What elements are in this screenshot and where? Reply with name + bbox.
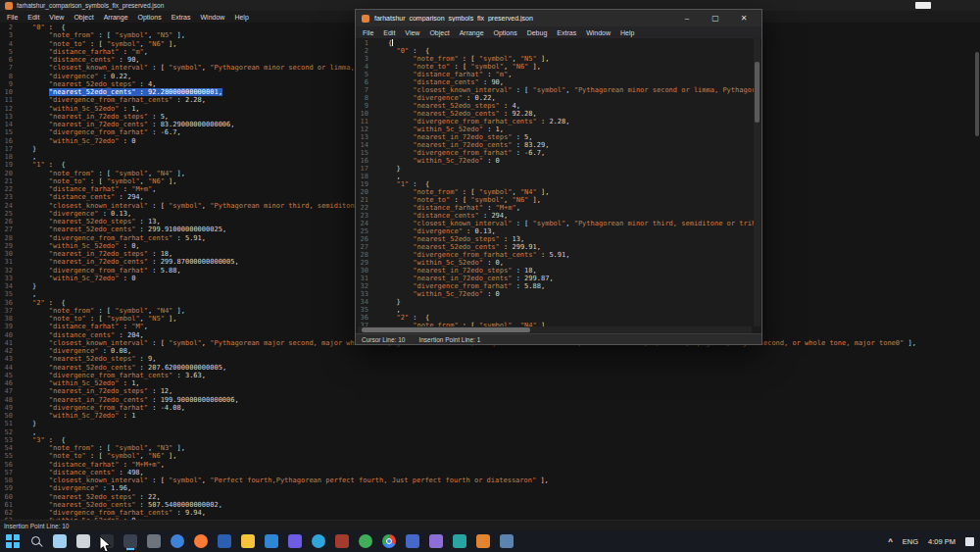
code-line[interactable]: 17 }: [356, 165, 754, 173]
code-line[interactable]: 60 "nearest_52edo_steps" : 22,: [0, 493, 973, 501]
taskbar-icon-store[interactable]: [500, 534, 514, 548]
code-line[interactable]: 58 "closest_known_interval" : [ "symbol"…: [0, 477, 973, 484]
dialog-vertical-scrollbar[interactable]: [754, 38, 760, 326]
code-line[interactable]: 22 "distance_farhat" : "M+m",: [356, 204, 754, 212]
titlebar-widget[interactable]: [915, 2, 931, 9]
code-line[interactable]: 28 "divergence_from_farhat_cents" : 5.91…: [356, 251, 754, 259]
menu-item-help[interactable]: Help: [615, 29, 639, 36]
code-line[interactable]: 26 "nearest_52edo_steps" : 13,: [356, 235, 754, 243]
menu-item-window[interactable]: Window: [196, 14, 230, 21]
menu-item-arrange[interactable]: Arrange: [99, 14, 133, 21]
taskbar-icon-teams[interactable]: [429, 534, 443, 548]
scrollbar-thumb[interactable]: [975, 52, 979, 136]
code-line[interactable]: 20 "note_from" : [ "symbol", "N4" ],: [356, 188, 754, 196]
code-line[interactable]: 52,: [0, 428, 973, 436]
code-line[interactable]: 31 "nearest_in_72edo_cents" : 299.87,: [356, 275, 754, 282]
code-line[interactable]: 9 "nearest_52edo_steps" : 4,: [356, 102, 754, 110]
code-line[interactable]: 27 "nearest_52edo_cents" : 299.91,: [356, 243, 754, 251]
language-indicator[interactable]: ENG: [903, 537, 918, 546]
code-line[interactable]: 49 "divergence_from_farhat" : -4.08,: [0, 404, 973, 412]
code-line[interactable]: 32 "divergence_from_farhat" : 5.88,: [356, 282, 754, 290]
taskbar-icon-chrome[interactable]: [382, 534, 396, 548]
scrollbar-thumb[interactable]: [362, 327, 530, 332]
menu-item-debug[interactable]: Debug: [522, 29, 553, 36]
code-line[interactable]: 56 "distance_farhat" : "M+M+m",: [0, 461, 973, 469]
code-line[interactable]: 46 "within_5c_52edo" : 1,: [0, 379, 973, 387]
code-line[interactable]: 34 }: [356, 298, 754, 306]
code-line[interactable]: 3 "note_from" : [ "symbol", "N5" ],: [356, 55, 754, 63]
minimize-button[interactable]: –: [675, 14, 699, 23]
code-line[interactable]: 14 "nearest_in_72edo_cents" : 83.29,: [356, 141, 754, 149]
code-line[interactable]: 8 "divergence" : 0.22,: [356, 94, 754, 102]
menu-item-window[interactable]: Window: [581, 29, 615, 36]
menu-item-extras[interactable]: Extras: [552, 29, 581, 36]
taskbar-icon-search[interactable]: [29, 534, 43, 548]
dialog-code-editor[interactable]: 1{2 "0" : {3 "note_from" : [ "symbol", "…: [356, 38, 754, 326]
code-line[interactable]: 1{: [356, 39, 754, 47]
menu-item-view[interactable]: View: [44, 14, 69, 21]
code-line[interactable]: 11 "divergence_from_farhat_cents" : 2.28…: [356, 118, 754, 125]
menu-item-view[interactable]: View: [400, 29, 424, 36]
code-line[interactable]: 25 "divergence" : 0.13,: [356, 227, 754, 235]
background-vertical-scrollbar[interactable]: [974, 23, 980, 520]
taskbar-icon-terminal[interactable]: [100, 534, 114, 548]
code-line[interactable]: 33 "within_5c_72edo" : 0: [356, 290, 754, 298]
code-line[interactable]: 51}: [0, 420, 973, 427]
code-line[interactable]: 4 "note_to" : [ "symbol", "N6" ],: [356, 63, 754, 71]
taskbar-icon-text-editor[interactable]: [123, 534, 137, 548]
menu-item-object[interactable]: Object: [424, 29, 454, 36]
code-line[interactable]: 59 "divergence" : 1.96,: [0, 484, 973, 492]
taskbar-icon-start[interactable]: [6, 534, 20, 548]
code-line[interactable]: 13 "nearest_in_72edo_steps" : 5,: [356, 133, 754, 141]
menu-item-options[interactable]: Options: [133, 14, 167, 21]
menu-item-edit[interactable]: Edit: [378, 29, 400, 36]
menu-item-arrange[interactable]: Arrange: [455, 29, 489, 36]
scrollbar-thumb[interactable]: [755, 62, 760, 123]
code-line[interactable]: 53"3" : {: [0, 436, 973, 444]
code-line[interactable]: 50 "within_5c_72edo" : 1: [0, 412, 973, 420]
menu-item-file[interactable]: File: [2, 14, 23, 21]
code-line[interactable]: 42 "divergence" : 0.08,: [0, 347, 973, 355]
menu-item-file[interactable]: File: [358, 29, 378, 36]
code-line[interactable]: 57 "distance_cents" : 498,: [0, 469, 973, 477]
close-button[interactable]: ✕: [732, 14, 756, 23]
hidden-icons-chevron-icon[interactable]: ^: [888, 537, 893, 546]
code-line[interactable]: 10 "nearest_52edo_cents" : 92.28,: [356, 110, 754, 118]
taskbar-icon-vscode[interactable]: [265, 534, 278, 548]
code-line[interactable]: 55 "note_to" : [ "symbol", "N6" ],: [0, 452, 973, 460]
taskbar-icon-settings[interactable]: [147, 534, 161, 548]
code-line[interactable]: 15 "divergence_from_farhat" : -6.7,: [356, 149, 754, 157]
code-line[interactable]: 44 "nearest_52edo_cents" : 207.620000000…: [0, 364, 973, 372]
code-line[interactable]: 7 "closest_known_interval" : [ "symbol",…: [356, 86, 754, 94]
code-line[interactable]: 12 "within_5c_52edo" : 1,: [356, 125, 754, 133]
code-line[interactable]: 23 "distance_cents" : 294,: [356, 212, 754, 220]
code-line[interactable]: 45 "divergence_from_farhat_cents" : 3.63…: [0, 372, 973, 379]
taskbar-icon-paint[interactable]: [453, 534, 466, 548]
maximize-button[interactable]: ▢: [704, 14, 727, 23]
code-line[interactable]: 6 "distance_cents" : 90,: [356, 78, 754, 86]
menu-item-help[interactable]: Help: [229, 14, 253, 21]
code-line[interactable]: 29 "within_5c_52edo" : 0,: [356, 259, 754, 267]
code-line[interactable]: 62 "divergence_from_farhat_cents" : 9.94…: [0, 509, 973, 517]
code-line[interactable]: 19 "1" : {: [356, 180, 754, 188]
clock[interactable]: 4:09 PM: [928, 537, 956, 546]
taskbar-icon-outlook[interactable]: [406, 534, 419, 548]
dialog-titlebar[interactable]: farhatshur_comparison_symbols_fix_preser…: [356, 10, 761, 26]
taskbar-icon-notepad[interactable]: [76, 534, 90, 548]
menu-item-extras[interactable]: Extras: [167, 14, 196, 21]
taskbar-icon-widgets[interactable]: [53, 534, 67, 548]
taskbar-icon-slack[interactable]: [476, 534, 490, 548]
code-line[interactable]: 18 ,: [356, 173, 754, 180]
taskbar-icon-telegram[interactable]: [312, 534, 325, 548]
code-line[interactable]: 54 "note_from" : [ "symbol", "N3" ],: [0, 444, 973, 452]
code-line[interactable]: 5 "distance_farhat" : "m",: [356, 71, 754, 78]
menu-item-edit[interactable]: Edit: [23, 14, 44, 21]
code-line[interactable]: 24 "closest_known_interval" : [ "symbol"…: [356, 220, 754, 227]
taskbar-icon-gimp[interactable]: [335, 534, 349, 548]
code-line[interactable]: 16 "within_5c_72edo" : 0: [356, 157, 754, 165]
code-line[interactable]: 2 "0" : {: [356, 47, 754, 55]
taskbar-icon-mail[interactable]: [218, 534, 231, 548]
code-line[interactable]: 35 ,: [356, 306, 754, 314]
code-line[interactable]: 21 "note_to" : [ "symbol", "N6" ],: [356, 196, 754, 204]
code-line[interactable]: 30 "nearest_in_72edo_steps" : 18,: [356, 267, 754, 275]
